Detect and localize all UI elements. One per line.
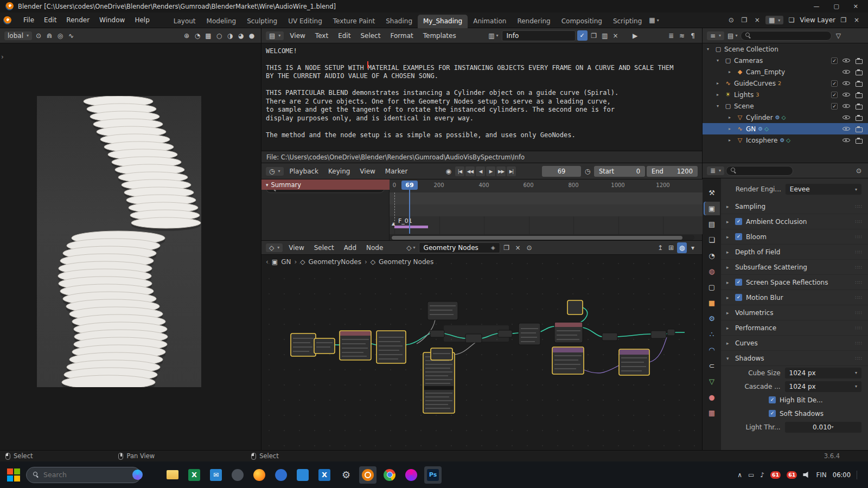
file-explorer-icon[interactable] — [164, 466, 181, 484]
menu-item[interactable]: Add — [340, 243, 361, 253]
geometry-node[interactable] — [619, 349, 649, 375]
workspace-tab[interactable]: Layout — [168, 15, 201, 28]
modifier-tab[interactable]: ⚙ — [704, 312, 720, 325]
play-button[interactable]: ▶ — [486, 166, 495, 176]
drag-grip-icon[interactable] — [856, 280, 863, 285]
tray-chevron-icon[interactable]: ∧ — [737, 471, 742, 479]
open-text-icon[interactable]: ▥ — [600, 30, 610, 41]
overlays-dropdown-icon[interactable]: ▾ — [688, 242, 698, 253]
summary-channel[interactable]: Summary — [261, 179, 390, 190]
expand-icon[interactable] — [726, 280, 731, 285]
material-tab[interactable]: ● — [704, 390, 720, 404]
stopwatch-icon[interactable]: ◷ — [583, 166, 592, 177]
exclude-checkbox[interactable] — [831, 92, 838, 98]
collection-tab[interactable]: ▢ — [704, 280, 720, 294]
geometry-node[interactable] — [519, 323, 540, 345]
geometry-node[interactable] — [554, 322, 583, 343]
disclosure-icon[interactable] — [729, 69, 734, 74]
collapse-breadcrumb-icon[interactable]: ‹ — [266, 258, 269, 266]
jump-next-keyframe-button[interactable]: ▶▶ — [496, 166, 506, 176]
menu-item[interactable]: View — [355, 166, 379, 176]
shading-wireframe-icon[interactable]: ○ — [214, 30, 224, 41]
hide-viewport-icon[interactable] — [843, 102, 850, 110]
constraints-tab[interactable]: ⊂ — [704, 359, 720, 373]
geometry-node[interactable] — [465, 334, 482, 343]
exclude-checkbox[interactable] — [831, 103, 838, 110]
menu-item[interactable]: Edit — [40, 15, 61, 25]
playhead-frame-badge[interactable]: 69 — [401, 181, 418, 190]
unlink-scene-icon[interactable]: × — [752, 15, 762, 25]
filter-icon[interactable]: ▽ — [833, 30, 843, 41]
drag-grip-icon[interactable] — [856, 265, 863, 270]
outliner-row[interactable]: ▽ Cylinder ⚙ ◇ — [703, 112, 868, 123]
show-desktop-button[interactable] — [857, 471, 860, 479]
workspace-tab[interactable]: Animation — [468, 15, 512, 28]
properties-section[interactable]: Screen Space Reflections — [721, 275, 868, 290]
disclosure-icon[interactable] — [717, 92, 722, 97]
menu-item[interactable]: Keying — [324, 166, 354, 176]
text-content[interactable]: WELCOME! THIS IS A NODE SETUP WITH MATER… — [261, 43, 702, 151]
drag-grip-icon[interactable] — [856, 295, 863, 300]
syntax-highlight-icon[interactable]: ¶ — [688, 30, 698, 41]
scrollbar-thumb[interactable] — [392, 236, 682, 240]
drag-grip-icon[interactable] — [856, 249, 863, 255]
section-checkbox[interactable] — [735, 294, 742, 301]
view-layer-selector[interactable]: View Layer — [800, 16, 835, 24]
workspace-tab[interactable]: UV Editing — [283, 15, 328, 28]
geometry-node[interactable] — [498, 330, 512, 337]
expand-icon[interactable] — [726, 325, 731, 331]
drag-grip-icon[interactable] — [856, 341, 863, 346]
toolbar-expand-icon[interactable]: › — [1, 53, 4, 61]
timeline-ruler[interactable]: 020040060080010001200 — [390, 179, 703, 192]
parent-tree-icon[interactable]: ↥ — [655, 242, 665, 253]
remove-view-layer-icon[interactable]: × — [852, 15, 861, 25]
fake-user-shield-icon[interactable]: ◈ — [491, 245, 495, 251]
hide-viewport-icon[interactable] — [843, 57, 850, 64]
breadcrumb-tree[interactable]: Geometry Nodes — [379, 258, 433, 266]
menu-item[interactable]: Select — [310, 243, 339, 253]
app-icon-2[interactable] — [272, 466, 290, 484]
drag-grip-icon[interactable] — [856, 219, 863, 224]
expand-icon[interactable] — [726, 204, 731, 209]
scene-selector[interactable]: ▦ — [765, 16, 783, 24]
disable-render-icon[interactable] — [855, 91, 863, 98]
close-button[interactable]: × — [853, 3, 858, 10]
firefox-icon[interactable] — [251, 466, 268, 484]
cube-size-dropdown[interactable]: 1024 px — [785, 368, 861, 378]
texture-tab[interactable]: ▦ — [704, 406, 720, 420]
jump-to-end-button[interactable]: ▶| — [507, 166, 516, 176]
workspace-tab[interactable]: Sculpting — [241, 15, 283, 28]
maximize-button[interactable]: ▢ — [833, 3, 839, 10]
expand-icon[interactable] — [726, 249, 731, 255]
jump-prev-keyframe-button[interactable]: ◀◀ — [465, 166, 475, 176]
geometry-node[interactable] — [651, 331, 666, 338]
outliner-row[interactable]: ▢ Scene Collection ⚙ ◇ — [703, 43, 868, 55]
proportional-editing-icon[interactable]: ◎ — [55, 30, 65, 41]
outliner-row[interactable]: ▽ Icosphere ⚙ ◇ — [703, 134, 868, 146]
cascade-size-dropdown[interactable]: 1024 px — [785, 381, 861, 392]
disable-render-icon[interactable] — [855, 114, 863, 121]
outliner-row[interactable]: ∿ GuideCurves 2 ⚙ ◇ — [703, 78, 868, 89]
pin-icon[interactable]: ⊙ — [525, 242, 534, 253]
disclosure-icon[interactable] — [717, 58, 722, 63]
editor-type-timeline-icon[interactable]: ◷ — [266, 167, 284, 176]
disable-render-icon[interactable] — [855, 102, 863, 110]
shading-rendered-icon[interactable]: ● — [247, 30, 257, 41]
expand-icon[interactable] — [726, 265, 731, 270]
frame-start-field[interactable]: Start 0 — [594, 166, 645, 177]
view-layer-tab[interactable]: ❏ — [704, 233, 720, 247]
search-highlights-icon[interactable] — [132, 470, 143, 480]
geometry-node[interactable] — [291, 333, 316, 356]
geometry-node[interactable] — [552, 347, 584, 374]
language-indicator[interactable]: FIN — [816, 471, 826, 479]
overlays-toggle-icon[interactable]: ◍ — [677, 242, 687, 253]
disclosure-icon[interactable] — [729, 115, 734, 120]
properties-section[interactable]: Bloom — [721, 229, 868, 245]
section-checkbox[interactable] — [735, 279, 742, 286]
outliner-row[interactable]: ◆ Cam_Empty ⚙ ◇ — [703, 66, 868, 78]
expand-icon[interactable] — [726, 295, 731, 300]
drag-grip-icon[interactable] — [856, 204, 863, 209]
high-bit-depth-checkbox[interactable] — [769, 396, 776, 403]
frame-end-field[interactable]: End 1200 — [647, 166, 698, 177]
workspace-tab[interactable]: Modeling — [201, 15, 242, 28]
